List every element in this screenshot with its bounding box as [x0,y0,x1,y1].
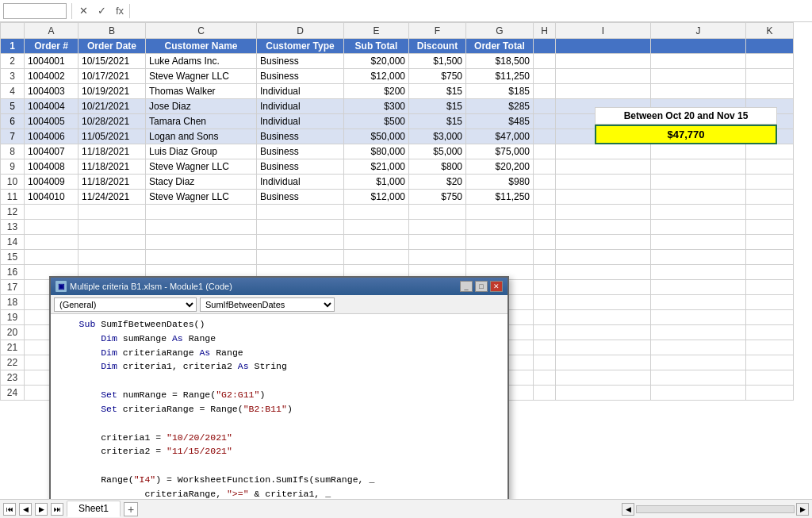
cell-12-5[interactable] [344,205,409,220]
cell-i4[interactable] [556,84,651,99]
cell-i3[interactable] [556,69,651,84]
cell-18-9[interactable] [556,295,651,310]
cell-g4[interactable]: $185 [466,84,534,99]
cell-d9[interactable]: Business [257,159,344,175]
cell-d7[interactable]: Business [257,129,344,144]
cell-k3[interactable] [746,69,794,84]
vba-proc-dropdown[interactable]: SumIfBetweenDates [200,297,335,312]
cell-15-7[interactable] [466,250,534,265]
cell-c7[interactable]: Logan and Sons [146,129,257,144]
cell-15-2[interactable] [79,250,146,265]
cell-18-10[interactable] [651,295,746,310]
cell-c9[interactable]: Steve Wagner LLC [146,159,257,175]
sheet-nav-first[interactable]: ⏮ [3,503,16,516]
col-header-b[interactable]: B [79,23,146,39]
cell-14-8[interactable] [534,235,556,250]
cell-h8[interactable] [534,144,556,159]
sheet-nav-next[interactable]: ▶ [35,503,48,516]
cell-a6[interactable]: 1004005 [25,114,79,129]
cell-d6[interactable]: Individual [257,114,344,129]
cell-12-7[interactable] [466,205,534,220]
cell-g11[interactable]: $11,250 [466,190,534,205]
col-header-f[interactable]: F [409,23,466,39]
cell-22-8[interactable] [534,355,556,370]
cell-15-4[interactable] [257,250,344,265]
cell-b6[interactable]: 10/28/2021 [79,114,146,129]
cell-a2[interactable]: 1004001 [25,54,79,69]
col-header-j[interactable]: J [651,23,746,39]
cell-d2[interactable]: Business [257,54,344,69]
cell-13-7[interactable] [466,220,534,235]
sheet-add-button[interactable]: + [124,502,138,516]
cell-23-9[interactable] [556,370,651,386]
col-header-i[interactable]: I [556,23,651,39]
cancel-icon[interactable]: ✕ [77,4,90,17]
cell-14-4[interactable] [257,235,344,250]
cell-15-5[interactable] [344,250,409,265]
cell-g9[interactable]: $20,200 [466,159,534,175]
confirm-icon[interactable]: ✓ [95,4,109,17]
cell-d4[interactable]: Individual [257,84,344,99]
cell-12-9[interactable] [556,205,651,220]
cell-15-3[interactable] [146,250,257,265]
cell-20-8[interactable] [534,325,556,340]
cell-23-11[interactable] [746,370,794,386]
cell-14-7[interactable] [466,235,534,250]
cell-k10[interactable] [746,175,794,190]
cell-24-10[interactable] [651,386,746,401]
cell-12-6[interactable] [409,205,466,220]
cell-h3[interactable] [534,69,556,84]
cell-k4[interactable] [746,84,794,99]
cell-21-9[interactable] [556,340,651,355]
cell-20-9[interactable] [556,325,651,340]
cell-c2[interactable]: Luke Adams Inc. [146,54,257,69]
cell-e5[interactable]: $300 [344,99,409,114]
cell-h6[interactable] [534,114,556,129]
cell-12-2[interactable] [79,205,146,220]
cell-a5[interactable]: 1004004 [25,99,79,114]
cell-21-8[interactable] [534,340,556,355]
formula-input[interactable]: 47770 [129,4,809,18]
cell-e11[interactable]: $12,000 [344,190,409,205]
col-header-k[interactable]: K [746,23,794,39]
cell-12-8[interactable] [534,205,556,220]
cell-23-10[interactable] [651,370,746,386]
cell-k2[interactable] [746,54,794,69]
cell-17-11[interactable] [746,280,794,295]
cell-a3[interactable]: 1004002 [25,69,79,84]
cell-13-11[interactable] [746,220,794,235]
cell-e6[interactable]: $500 [344,114,409,129]
cell-b4[interactable]: 10/19/2021 [79,84,146,99]
cell-20-10[interactable] [651,325,746,340]
col-header-a[interactable]: A [25,23,79,39]
cell-13-4[interactable] [257,220,344,235]
cell-13-2[interactable] [79,220,146,235]
sheet-tab-sheet1[interactable]: Sheet1 [67,501,121,517]
cell-18-11[interactable] [746,295,794,310]
cell-c11[interactable]: Steve Wagner LLC [146,190,257,205]
cell-17-8[interactable] [534,280,556,295]
between-value[interactable]: $47,770 [595,125,777,144]
cell-13-9[interactable] [556,220,651,235]
cell-21-11[interactable] [746,340,794,355]
cell-j9[interactable] [651,159,746,175]
fx-icon[interactable]: fx [113,4,126,17]
cell-i2[interactable] [556,54,651,69]
cell-14-6[interactable] [409,235,466,250]
cell-j2[interactable] [651,54,746,69]
hscroll-track[interactable] [636,505,795,513]
cell-e8[interactable]: $80,000 [344,144,409,159]
cell-12-4[interactable] [257,205,344,220]
hscroll-left[interactable]: ◀ [622,503,634,516]
cell-i8[interactable] [556,144,651,159]
cell-g3[interactable]: $11,250 [466,69,534,84]
cell-c5[interactable]: Jose Diaz [146,99,257,114]
cell-b5[interactable]: 10/21/2021 [79,99,146,114]
cell-14-1[interactable] [25,235,79,250]
cell-21-10[interactable] [651,340,746,355]
cell-f3[interactable]: $750 [409,69,466,84]
cell-12-11[interactable] [746,205,794,220]
cell-g1[interactable]: Order Total [466,39,534,54]
cell-a7[interactable]: 1004006 [25,129,79,144]
cell-i9[interactable] [556,159,651,175]
